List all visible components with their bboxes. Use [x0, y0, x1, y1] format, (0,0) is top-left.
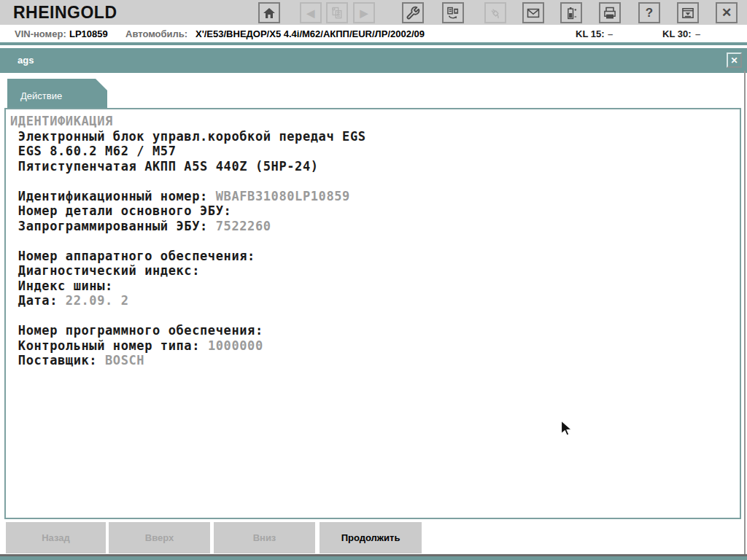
forward-button[interactable]: ▶ [353, 2, 375, 23]
kl30-value: – [695, 28, 700, 39]
wrench-icon [406, 6, 420, 20]
documents-button[interactable] [326, 2, 348, 23]
display-switch-button[interactable] [442, 2, 464, 23]
text-line: Поставщик: BOSCH [10, 353, 740, 368]
vehicle-label: Автомобиль: [125, 28, 187, 39]
wrench-button[interactable] [402, 2, 424, 23]
continue-button[interactable]: Продолжить [320, 522, 422, 553]
text-line: Номер аппаратного обеспечения: [10, 249, 740, 264]
back-icon: ◀ [307, 8, 315, 18]
down-button[interactable]: Вниз [214, 522, 315, 553]
identification-panel: ИДЕНТИФИКАЦИЯ Электронный блок управл.ко… [4, 108, 741, 519]
kl15-label: KL 15: [576, 28, 605, 39]
home-icon [262, 6, 276, 20]
text-line: Номер детали основного ЭБУ: [10, 203, 740, 219]
blank-line [10, 308, 740, 324]
vin-value: LP10859 [69, 28, 108, 39]
battery-button[interactable] [560, 2, 582, 23]
close-icon: ✕ [730, 55, 738, 66]
printer-button[interactable] [599, 2, 621, 23]
text-line: Запрограммированный ЭБУ: 7522260 [10, 219, 740, 234]
section-heading: ИДЕНТИФИКАЦИЯ [10, 114, 740, 129]
panel-close-button[interactable]: ✕ [727, 52, 742, 68]
text-line: Номер программного обеспечения: [10, 323, 740, 338]
minimize-button[interactable] [677, 2, 699, 23]
kl15-value: – [608, 28, 613, 39]
forward-icon: ▶ [360, 8, 368, 18]
panel-right-edge [744, 71, 746, 556]
app-bottom-frame [0, 556, 747, 560]
panel-titlebar: ags ✕ [0, 48, 747, 73]
plug-icon [488, 6, 503, 20]
home-button[interactable] [258, 2, 280, 23]
separator-line [0, 42, 747, 45]
help-button[interactable]: ? [638, 2, 660, 23]
kl30-label: KL 30: [662, 28, 692, 39]
text-line: Электронный блок управл.коробкой передач… [10, 129, 740, 144]
up-button[interactable]: Вверх [109, 522, 210, 553]
text-line: Индекс шины: [10, 279, 740, 294]
plug-button[interactable] [484, 2, 506, 23]
blank-line [10, 174, 740, 189]
back-button[interactable]: ◀ [300, 2, 322, 23]
blank-line [10, 233, 740, 249]
mail-icon [526, 6, 541, 20]
vehicle-value: X'/E53/ВНЕДОР/X5 4.4i/M62/АКПП/EUR/ЛР/20… [196, 28, 425, 39]
printer-icon [603, 6, 617, 20]
minimize-icon [681, 6, 695, 20]
back-nav-button[interactable]: Назад [6, 522, 106, 553]
help-icon: ? [646, 7, 653, 19]
mail-button[interactable] [522, 2, 544, 23]
vin-info-bar: VIN-номер: LP10859 Автомобиль: X'/E53/ВН… [0, 25, 747, 42]
close-icon: ✕ [721, 7, 732, 19]
window-close-button[interactable]: ✕ [716, 2, 738, 23]
tab-action[interactable]: Действие [7, 79, 107, 108]
text-line: Идентификационный номер: WBAFB31080LP108… [10, 189, 740, 204]
tab-label: Действие [20, 90, 62, 101]
text-line: Пятиступенчатая АКПП A5S 440Z (5HP-24) [10, 159, 740, 174]
app-title: RHEINGOLD [13, 3, 117, 23]
documents-icon [330, 6, 344, 20]
text-line: Контрольный номер типа: 1000000 [10, 338, 740, 354]
text-line: EGS 8.60.2 M62 / M57 [10, 144, 740, 159]
panel-title: ags [18, 55, 34, 66]
app-window: RHEINGOLD ◀ ▶ [0, 0, 747, 560]
battery-icon [564, 6, 578, 20]
text-line: Диагностический индекс: [10, 263, 740, 279]
text-line: Дата: 22.09. 2 [10, 293, 740, 308]
display-switch-icon [446, 6, 460, 20]
header-bar: RHEINGOLD ◀ ▶ [0, 0, 747, 25]
vin-label: VIN-номер: [15, 28, 66, 39]
